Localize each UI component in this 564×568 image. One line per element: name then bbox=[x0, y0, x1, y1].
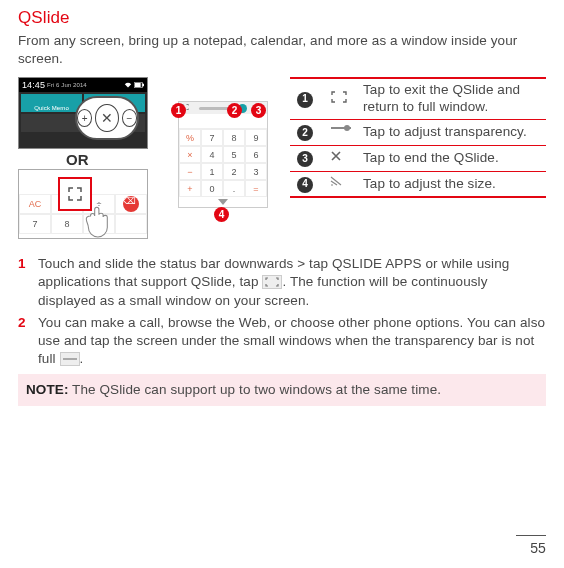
figure-left: 14:45 Fri 6 Jun 2014 Quick Memo Wi-Fi bbox=[18, 73, 284, 239]
maximize-highlight bbox=[58, 177, 92, 211]
legend-badge: 4 bbox=[297, 177, 313, 193]
maximize-icon bbox=[262, 275, 282, 289]
battery-icon bbox=[134, 82, 144, 88]
calc-key: % bbox=[179, 129, 201, 146]
intro-text: From any screen, bring up a notepad, cal… bbox=[18, 32, 546, 67]
qslide-tile: Quick Memo bbox=[21, 94, 82, 112]
calc-key: 4 bbox=[201, 146, 223, 163]
legend-row: 3 Tap to end the QSlide. bbox=[290, 145, 546, 171]
screenshot-notification-panel: 14:45 Fri 6 Jun 2014 Quick Memo Wi-Fi bbox=[18, 77, 148, 149]
step-text-b: . bbox=[80, 351, 84, 366]
calc-key: 1 bbox=[201, 163, 223, 180]
maximize-icon bbox=[329, 90, 349, 104]
legend-badge: 1 bbox=[297, 92, 313, 108]
legend-row: 4 Tap to adjust the size. bbox=[290, 171, 546, 197]
calc-key: 0 bbox=[201, 180, 223, 197]
calc-key: 9 bbox=[245, 129, 267, 146]
calc-key: 6 bbox=[245, 146, 267, 163]
slider-icon bbox=[329, 123, 349, 137]
step-item: 1 Touch and slide the status bar downwar… bbox=[18, 255, 546, 310]
callout-badge-2: 2 bbox=[227, 103, 242, 118]
callout-badge-3: 3 bbox=[251, 103, 266, 118]
legend-row: 2 Tap to adjust transparency. bbox=[290, 119, 546, 145]
wifi-icon bbox=[124, 81, 132, 89]
calc-key: 7 bbox=[19, 214, 51, 234]
status-bar: 14:45 Fri 6 Jun 2014 bbox=[19, 78, 147, 92]
legend-badge: 2 bbox=[297, 125, 313, 141]
calc-key: 8 bbox=[223, 129, 245, 146]
legend-table: 1 Tap to exit the QSlide and return to f… bbox=[290, 77, 546, 198]
calc-key-ac: AC bbox=[19, 194, 51, 214]
calc-key: 0 bbox=[83, 214, 115, 234]
calc-key bbox=[115, 214, 147, 234]
legend-badge: 3 bbox=[297, 151, 313, 167]
callout-badge-1: 1 bbox=[171, 103, 186, 118]
resize-icon bbox=[329, 175, 349, 189]
calc-key: 2 bbox=[223, 163, 245, 180]
calc-key: = bbox=[245, 180, 267, 197]
page-title: QSlide bbox=[18, 8, 546, 28]
svg-point-4 bbox=[344, 125, 350, 131]
calc-key: 3 bbox=[245, 163, 267, 180]
svg-rect-2 bbox=[142, 84, 144, 87]
callout-badge-4: 4 bbox=[214, 207, 229, 222]
status-date: Fri 6 Jun 2014 bbox=[47, 78, 87, 92]
calc-key: 7 bbox=[201, 129, 223, 146]
calc-key: 8 bbox=[51, 214, 83, 234]
status-time: 14:45 bbox=[22, 78, 45, 92]
step-number: 2 bbox=[18, 314, 30, 369]
close-icon: ✕ bbox=[95, 104, 119, 132]
calc-key: × bbox=[179, 146, 201, 163]
legend-text: Tap to end the QSlide. bbox=[358, 145, 546, 171]
legend-text: Tap to adjust the size. bbox=[358, 171, 546, 197]
calc-key: + bbox=[179, 180, 201, 197]
calc-key: − bbox=[179, 163, 201, 180]
steps-list: 1 Touch and slide the status bar downwar… bbox=[18, 255, 546, 368]
note-label: NOTE: bbox=[26, 382, 69, 397]
legend-text: Tap to exit the QSlide and return to ful… bbox=[358, 78, 546, 119]
resize-handle bbox=[179, 197, 267, 207]
legend-text: Tap to adjust transparency. bbox=[358, 119, 546, 145]
calc-key: 5 bbox=[223, 146, 245, 163]
minus-icon: − bbox=[122, 109, 137, 127]
qslide-tile bbox=[21, 114, 82, 132]
slider-icon bbox=[60, 352, 80, 366]
note-text: The QSlide can support up to two windows… bbox=[69, 382, 442, 397]
step-number: 1 bbox=[18, 255, 30, 310]
page-number: 55 bbox=[530, 540, 546, 556]
figure-row: 14:45 Fri 6 Jun 2014 Quick Memo Wi-Fi bbox=[18, 73, 546, 239]
plus-icon: + bbox=[77, 109, 92, 127]
step-item: 2 You can make a call, browse the Web, o… bbox=[18, 314, 546, 369]
svg-rect-1 bbox=[135, 83, 141, 87]
note-box: NOTE: The QSlide can support up to two w… bbox=[18, 374, 546, 406]
calc-key-op: ⌫ bbox=[115, 194, 147, 214]
zoom-bubble: + ✕ − bbox=[75, 96, 139, 140]
step-text: Touch and slide the status bar downwards… bbox=[38, 255, 546, 310]
page-number-rule bbox=[516, 535, 546, 536]
or-label: OR bbox=[66, 151, 89, 168]
triangle-down-icon bbox=[218, 199, 228, 205]
calc-key: . bbox=[223, 180, 245, 197]
maximize-icon bbox=[67, 186, 83, 202]
legend-row: 1 Tap to exit the QSlide and return to f… bbox=[290, 78, 546, 119]
close-icon bbox=[329, 149, 349, 163]
backspace-icon: ⌫ bbox=[123, 196, 139, 212]
step-text-a: You can make a call, browse the Web, or … bbox=[38, 315, 545, 366]
step-text: You can make a call, browse the Web, or … bbox=[38, 314, 546, 369]
